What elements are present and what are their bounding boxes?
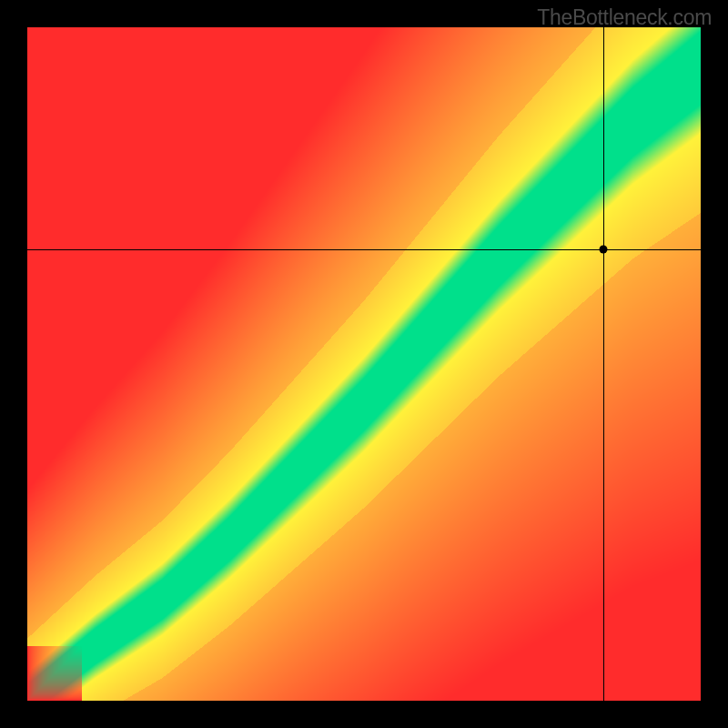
intersection-marker bbox=[599, 246, 607, 254]
heatmap-canvas bbox=[27, 27, 701, 701]
plot-area bbox=[27, 27, 701, 701]
watermark-text: TheBottleneck.com bbox=[537, 5, 712, 30]
chart-container: TheBottleneck.com bbox=[0, 0, 728, 728]
crosshair-vertical bbox=[603, 27, 604, 701]
